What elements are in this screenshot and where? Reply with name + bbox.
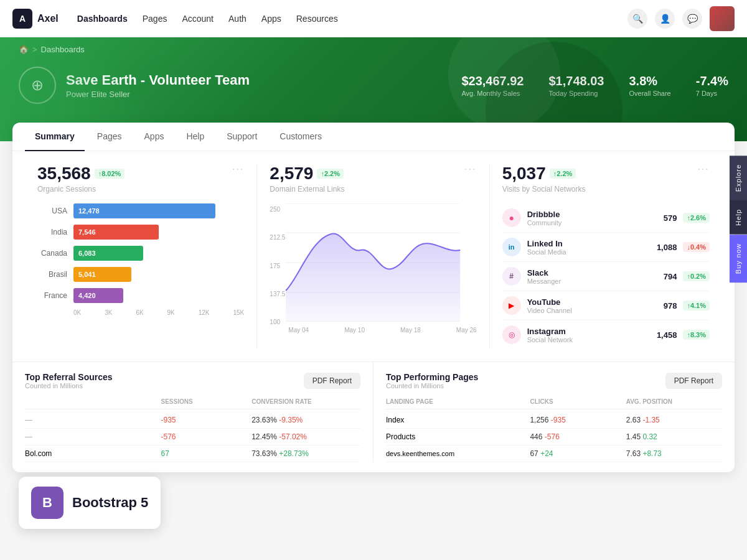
bottom-right-header: Top Performing Pages Counted in Millions… — [386, 372, 722, 390]
x-axis-labels: May 04 May 10 May 18 May 26 — [270, 327, 476, 334]
panel1-value: 35,568 ↑8.02% — [37, 164, 125, 184]
panel2-header: 2,579 ↑2.2% Domain External Links ··· — [270, 164, 476, 194]
pdf-report-button-right[interactable]: PDF Report — [665, 373, 722, 389]
dashboard-grid: 35,568 ↑8.02% Organic Sessions ··· USA 1… — [12, 151, 735, 362]
line-chart-svg — [270, 203, 476, 322]
bar-canada: 6,083 — [73, 246, 143, 261]
nav-pages[interactable]: Pages — [143, 14, 167, 24]
panel3-label: Visits by Social Networks — [502, 185, 586, 194]
panel2-menu[interactable]: ··· — [464, 164, 476, 175]
tab-support[interactable]: Support — [217, 123, 267, 151]
panel-external-links: 2,579 ↑2.2% Domain External Links ··· 25… — [257, 164, 489, 349]
hero-content: ⊕ Save Earth - Volunteer Team Power Elit… — [19, 67, 728, 104]
referral-row-1: — -935 23.63% -9.35% — [25, 412, 360, 429]
youtube-icon: ▶ — [502, 296, 521, 315]
social-row-youtube: ▶ YouTube Video Channel 978 ↑4.1% — [502, 291, 710, 320]
search-button[interactable]: 🔍 — [627, 9, 647, 29]
breadcrumb-current: Dashboards — [41, 45, 85, 54]
performing-subtitle: Counted in Millions — [386, 382, 478, 390]
performing-title: Top Performing Pages — [386, 372, 478, 382]
panel1-header: 35,568 ↑8.02% Organic Sessions ··· — [37, 164, 244, 194]
performing-row-3: devs.keenthemes.com 67 +24 7.63 +8.73 — [386, 446, 722, 462]
bottom-referral: Top Referral Sources Counted in Millions… — [25, 362, 374, 462]
social-row-slack: # Slack Messanger 794 ↑0.2% — [502, 262, 710, 291]
bar-france: 4,420 — [73, 288, 123, 303]
buy-now-button[interactable]: Buy now — [730, 235, 747, 282]
bar-row-france: France 4,420 — [37, 288, 244, 303]
stat-overall-share: 3.8% Overall Share — [629, 74, 670, 97]
panel2-title-area: 2,579 ↑2.2% Domain External Links — [270, 164, 344, 194]
panel1-title-area: 35,568 ↑8.02% Organic Sessions — [37, 164, 125, 194]
tabs: Summary Pages Apps Help Support Customer… — [12, 123, 735, 151]
instagram-icon: ◎ — [502, 325, 521, 344]
home-icon[interactable]: 🏠 — [19, 45, 29, 54]
bottom-grid: Top Referral Sources Counted in Millions… — [12, 362, 735, 472]
line-chart-area: 250 212.5 175 137.5 100 — [270, 203, 476, 328]
main-card: Summary Pages Apps Help Support Customer… — [12, 123, 735, 472]
panel2-value: 2,579 ↑2.2% — [270, 164, 344, 184]
messages-button[interactable]: 💬 — [682, 9, 702, 29]
breadcrumb-separator: > — [32, 45, 37, 54]
social-row-linkedin: in Linked In Social Media 1,088 ↓0.4% — [502, 233, 710, 262]
performing-row-1: Index 1,256 -935 2.63 -1.35 — [386, 412, 722, 429]
nav-right: 🔍 👤 💬 — [627, 6, 735, 31]
tab-summary[interactable]: Summary — [25, 123, 85, 151]
tab-pages[interactable]: Pages — [87, 123, 132, 151]
nav-dashboards[interactable]: Dashboards — [77, 14, 128, 24]
panel1-menu[interactable]: ··· — [232, 164, 244, 175]
panel2-badge: ↑2.2% — [317, 169, 344, 179]
panel2-label: Domain External Links — [270, 185, 344, 194]
side-actions: Explore Help Buy now — [730, 156, 747, 282]
brand-name: Axel — [37, 13, 59, 24]
nav-auth[interactable]: Auth — [228, 14, 247, 24]
panel3-header: 5,037 ↑2.2% Visits by Social Networks ··… — [502, 164, 710, 194]
panel3-value: 5,037 ↑2.2% — [502, 164, 586, 184]
performing-row-2: Products 446 -576 1.45 0.32 — [386, 429, 722, 446]
brand-icon: A — [12, 9, 32, 29]
stat-today-spending: $1,748.03 Today Spending — [549, 74, 604, 97]
linkedin-icon: in — [502, 238, 521, 256]
panel-social-networks: 5,037 ↑2.2% Visits by Social Networks ··… — [490, 164, 722, 349]
breadcrumb: 🏠 > Dashboards — [19, 45, 728, 54]
nav-account[interactable]: Account — [182, 14, 214, 24]
help-button[interactable]: Help — [730, 200, 747, 235]
performing-table-header: LANDING PAGE CLICKS AVG. POSITION — [386, 394, 722, 409]
hero-stats: $23,467.92 Avg. Monthly Sales $1,748.03 … — [461, 74, 728, 97]
dribbble-icon: ● — [502, 208, 521, 227]
social-list: ● Dribbble Community 579 ↑2.6% in — [502, 203, 710, 349]
explore-button[interactable]: Explore — [730, 156, 747, 200]
bar-row-india: India 7,546 — [37, 225, 244, 240]
referral-row-3: Bol.com 67 73.63% +28.73% — [25, 446, 360, 462]
navbar: A Axel Dashboards Pages Account Auth App… — [0, 0, 747, 37]
nav-apps[interactable]: Apps — [261, 14, 281, 24]
panel3-badge: ↑2.2% — [550, 169, 576, 179]
bar-india: 7,546 — [73, 225, 159, 240]
team-subtitle: Power Elite Seller — [66, 90, 250, 99]
pdf-report-button-left[interactable]: PDF Report — [304, 373, 360, 389]
line-chart-container: May 04 May 10 May 18 May 26 — [270, 203, 476, 328]
tab-customers[interactable]: Customers — [270, 123, 332, 151]
slack-icon: # — [502, 267, 521, 286]
tab-help[interactable]: Help — [176, 123, 214, 151]
hero-left: ⊕ Save Earth - Volunteer Team Power Elit… — [19, 67, 250, 104]
panel3-menu[interactable]: ··· — [698, 164, 710, 175]
panel-organic-sessions: 35,568 ↑8.02% Organic Sessions ··· USA 1… — [25, 164, 257, 349]
bar-brasil: 5,041 — [73, 267, 131, 282]
panel1-badge: ↑8.02% — [95, 169, 125, 179]
avatar[interactable] — [710, 6, 735, 31]
referral-table-header: SESSIONS CONVERSION RATE — [25, 394, 360, 409]
panel3-title-area: 5,037 ↑2.2% Visits by Social Networks — [502, 164, 586, 194]
team-logo: ⊕ — [19, 67, 56, 104]
tab-apps[interactable]: Apps — [134, 123, 174, 151]
bar-row-usa: USA 12,478 — [37, 203, 244, 218]
panel1-label: Organic Sessions — [37, 185, 125, 194]
brand[interactable]: A Axel — [12, 9, 59, 29]
nav-resources[interactable]: Resources — [296, 14, 338, 24]
hero-info: Save Earth - Volunteer Team Power Elite … — [66, 72, 250, 99]
bar-axis: 0K 3K 6K 9K 12K 15K — [37, 309, 244, 316]
bottom-performing: Top Performing Pages Counted in Millions… — [374, 362, 722, 462]
bootstrap-icon: B — [31, 487, 63, 519]
referral-row-2: — -576 12.45% -57.02% — [25, 429, 360, 446]
bar-chart: USA 12,478 India 7,546 — [37, 203, 244, 316]
notifications-button[interactable]: 👤 — [655, 9, 675, 29]
